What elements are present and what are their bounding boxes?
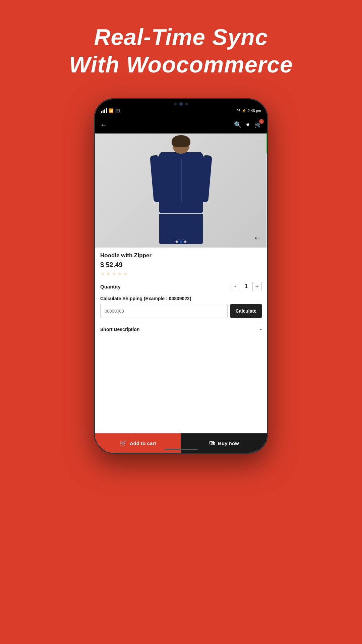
quantity-label: Quantity — [100, 284, 121, 289]
quantity-increase-button[interactable]: + — [252, 282, 262, 291]
scroll-indicator — [266, 133, 267, 248]
star-4[interactable]: ★ — [117, 271, 122, 277]
product-image-area: ♡ ⇠ — [95, 133, 267, 248]
add-to-cart-label: Add to cart — [130, 440, 156, 446]
image-carousel-dots — [176, 240, 187, 243]
product-image — [95, 133, 267, 248]
shipping-section: Calculate Shipping (Example : 04809022) … — [100, 296, 262, 318]
product-name: Hoodie with Zipper — [100, 252, 262, 259]
signal-indicators: 📶 📳 — [101, 108, 120, 113]
quantity-value: 1 — [245, 283, 248, 289]
back-button[interactable]: ← — [100, 121, 107, 129]
product-price: $ 52.49 — [100, 261, 262, 269]
star-5[interactable]: ★ — [123, 271, 128, 277]
calculate-button[interactable]: Calculate — [230, 304, 262, 318]
model-figure — [147, 137, 215, 244]
quantity-row: Quantity - 1 + — [100, 282, 262, 291]
home-indicator — [164, 449, 198, 450]
header-actions: 🔍 ♥ 🛒 0 — [234, 121, 262, 128]
dot-2[interactable] — [180, 240, 182, 243]
left-arm — [150, 155, 163, 203]
star-3[interactable]: ★ — [112, 271, 116, 277]
buy-now-label: Buy now — [218, 440, 239, 446]
zipper — [181, 159, 182, 202]
model-body — [159, 152, 203, 213]
hero-title: Real-Time Sync With Woocommerce — [49, 23, 313, 78]
share-button[interactable]: ⇠ — [252, 232, 263, 244]
short-description-row[interactable]: Short Description - — [100, 322, 262, 333]
star-2[interactable]: ★ — [106, 271, 111, 277]
wifi-icon: 📶 — [109, 108, 114, 113]
model-hair — [172, 135, 190, 147]
model-pants — [159, 214, 203, 244]
shipping-input[interactable] — [100, 304, 228, 318]
battery-time: 98 ⚡ 2:46 pm — [237, 109, 261, 113]
clock: 2:46 pm — [248, 109, 261, 113]
screen-content: ♡ ⇠ Hoodie with Zipper — [95, 133, 267, 453]
star-1[interactable]: ★ — [100, 271, 105, 277]
cart-add-icon: 🛒 — [120, 439, 127, 447]
status-bar: 📶 📳 98 ⚡ 2:46 pm — [95, 99, 267, 116]
quantity-decrease-button[interactable]: - — [231, 282, 240, 291]
cart-badge: 0 — [259, 119, 264, 124]
wishlist-button[interactable]: ♥ — [246, 121, 250, 128]
battery-indicator: 98 — [237, 109, 240, 113]
scroll-thumb — [266, 133, 267, 154]
share-icon: ⇠ — [255, 234, 260, 242]
model-head — [173, 137, 189, 154]
right-arm — [199, 155, 212, 203]
back-arrow-icon[interactable]: ← — [100, 121, 107, 128]
shipping-input-row: Calculate — [100, 304, 262, 318]
sim-icon: 📳 — [115, 109, 120, 113]
collapse-icon[interactable]: - — [260, 326, 262, 333]
buy-now-icon: 🛍 — [209, 440, 215, 447]
short-description-label: Short Description — [100, 327, 139, 332]
product-info: Hoodie with Zipper $ 52.49 ★ ★ ★ ★ ★ Qua… — [95, 248, 267, 453]
charging-icon: ⚡ — [242, 109, 246, 113]
dot-1[interactable] — [176, 240, 178, 243]
phone-mockup: 📶 📳 98 ⚡ 2:46 pm ← 🔍 ♥ 🛒 0 — [94, 98, 268, 454]
wishlist-heart-button[interactable]: ♡ — [252, 138, 263, 149]
shipping-label: Calculate Shipping (Example : 04809022) — [100, 296, 262, 301]
star-rating: ★ ★ ★ ★ ★ — [100, 271, 262, 277]
search-button[interactable]: 🔍 — [234, 121, 241, 128]
cart-button[interactable]: 🛒 0 — [254, 121, 262, 128]
heart-icon: ♡ — [254, 139, 261, 148]
app-header: ← 🔍 ♥ 🛒 0 — [95, 116, 267, 133]
dot-3[interactable] — [184, 240, 187, 243]
quantity-controls: - 1 + — [231, 282, 262, 291]
signal-bars-icon — [101, 108, 107, 113]
